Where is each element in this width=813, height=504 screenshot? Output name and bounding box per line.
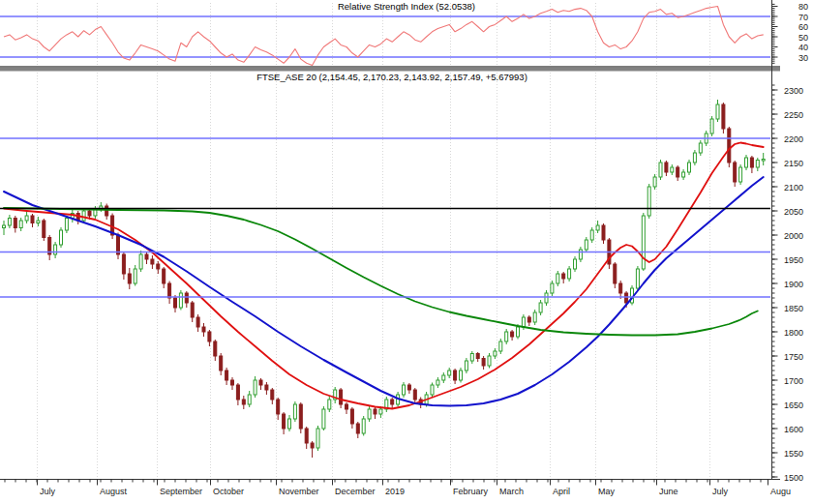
- candle-up: [756, 161, 759, 168]
- price-axis-label: 2000: [784, 231, 803, 241]
- price-axis-label: 1900: [784, 280, 803, 289]
- candle-up: [19, 221, 22, 228]
- candle-down: [185, 293, 188, 303]
- rsi-axis-label: 70: [798, 13, 808, 22]
- candle-down: [265, 385, 268, 390]
- candle-down: [527, 317, 530, 322]
- candle-down: [722, 104, 725, 129]
- rsi-line: [4, 7, 764, 66]
- candle-down: [346, 404, 348, 409]
- candle-down: [43, 221, 45, 238]
- price-axis-label: 1800: [784, 328, 803, 338]
- candle-up: [642, 216, 645, 269]
- candle-up: [448, 371, 451, 375]
- charting-application-window: 8070605040302300225022002150210020502000…: [0, 0, 813, 504]
- x-axis-month-label: October: [213, 487, 244, 496]
- candle-down: [374, 409, 376, 414]
- price-axis-label: 1950: [784, 255, 803, 265]
- price-axis-label: 1500: [784, 473, 803, 483]
- candle-up: [288, 419, 291, 429]
- price-panel-title: FTSE_ASE 20 (2,154.45, 2,170.23, 2,143.9…: [256, 72, 527, 82]
- candle-up: [585, 240, 587, 250]
- candlestick-layer: [3, 100, 766, 458]
- x-axis-month-label: June: [659, 487, 678, 496]
- candle-up: [460, 371, 463, 380]
- rsi-axis-label: 30: [798, 53, 808, 63]
- candle-up: [710, 119, 713, 133]
- price-axis-label: 1700: [784, 376, 803, 386]
- candle-up: [494, 351, 497, 356]
- x-axis-month-label: March: [499, 487, 524, 496]
- candle-up: [590, 230, 593, 240]
- candle-down: [625, 293, 628, 303]
- candle-up: [470, 354, 473, 362]
- x-axis-month-label: February: [453, 487, 489, 496]
- price-axis-label: 1750: [784, 352, 803, 362]
- candle-up: [328, 400, 331, 409]
- candle-up: [254, 380, 256, 395]
- candle-up: [693, 153, 696, 163]
- panel-separator[interactable]: [0, 67, 780, 72]
- candle-up: [739, 167, 742, 182]
- candle-down: [208, 332, 211, 341]
- x-axis-month-label: Augu: [770, 487, 791, 496]
- candle-up: [659, 163, 662, 177]
- rsi-axis-label: 60: [798, 22, 808, 32]
- candle-down: [168, 283, 171, 298]
- candle-up: [636, 269, 639, 288]
- candle-down: [31, 216, 34, 223]
- candle-up: [699, 143, 702, 153]
- candle-up: [37, 221, 40, 223]
- candle-down: [271, 390, 274, 400]
- price-axis-label: 1650: [784, 400, 803, 410]
- x-axis-month-label: April: [553, 487, 570, 496]
- candle-down: [407, 385, 410, 390]
- candle-down: [236, 385, 239, 400]
- candle-up: [574, 259, 577, 269]
- candle-up: [596, 225, 599, 230]
- rsi-panel-title: Relative Strength Index (52.0538): [338, 1, 475, 12]
- candle-up: [517, 327, 520, 337]
- candle-up: [551, 283, 554, 293]
- candle-down: [734, 163, 737, 182]
- price-axis-label: 1600: [784, 425, 803, 434]
- candle-down: [88, 211, 91, 216]
- candle-down: [14, 219, 16, 228]
- candle-up: [25, 216, 28, 221]
- price-axis-label: 1550: [784, 449, 803, 459]
- candle-down: [750, 158, 753, 167]
- candle-down: [145, 254, 148, 259]
- candle-up: [568, 269, 571, 279]
- horizontal-lines-layer: [0, 138, 770, 297]
- candle-up: [60, 230, 63, 245]
- candle-up: [716, 104, 719, 119]
- candle-down: [482, 359, 485, 367]
- candle-up: [437, 380, 439, 385]
- candle-up: [762, 160, 765, 162]
- candle-up: [465, 361, 467, 371]
- candle-up: [579, 250, 582, 259]
- candle-down: [196, 317, 199, 327]
- x-axis-month-label: September: [160, 487, 202, 496]
- candle-up: [134, 269, 136, 283]
- candle-up: [671, 167, 674, 172]
- rsi-axis-label: 80: [798, 2, 808, 12]
- candle-down: [226, 371, 228, 380]
- candle-up: [82, 211, 85, 221]
- candle-down: [231, 380, 234, 385]
- candle-down: [511, 332, 514, 337]
- rsi-axis-label: 40: [798, 43, 808, 52]
- candle-down: [220, 356, 223, 371]
- candle-up: [653, 177, 656, 187]
- candle-up: [139, 254, 142, 269]
- candle-up: [322, 409, 325, 429]
- x-axis-month-label: December: [335, 487, 376, 496]
- candle-up: [3, 225, 6, 228]
- candle-down: [214, 341, 217, 356]
- candle-up: [557, 274, 559, 283]
- candle-down: [562, 274, 565, 279]
- price-axis-label: 2100: [784, 183, 803, 193]
- candle-down: [391, 400, 394, 404]
- candle-up: [545, 293, 548, 303]
- rsi-panel: [0, 7, 770, 66]
